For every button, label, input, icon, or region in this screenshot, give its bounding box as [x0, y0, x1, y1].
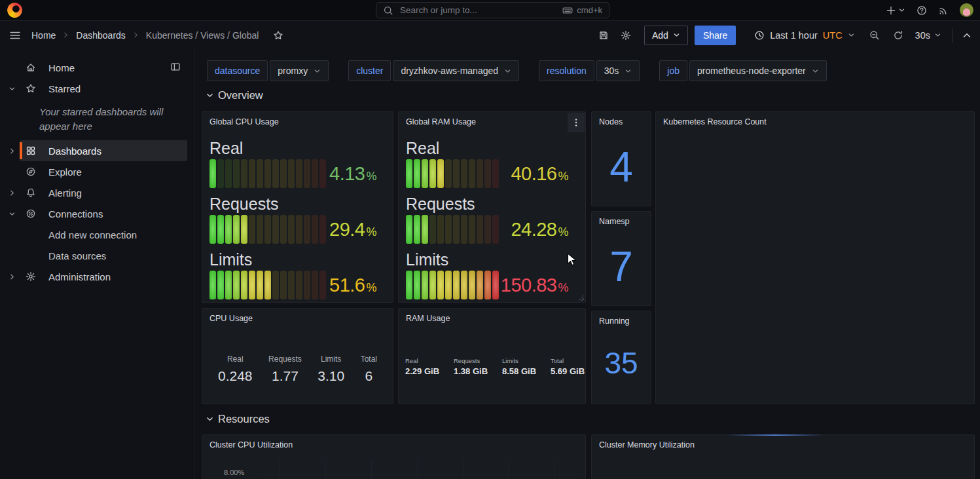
sidebar-item-dashboards[interactable]: Dashboards [0, 140, 187, 161]
clock-icon [754, 30, 765, 41]
gauge-cell [453, 159, 460, 188]
gauge-cell [241, 215, 247, 244]
running-value: 35 [592, 311, 651, 404]
avatar[interactable] [960, 3, 973, 17]
panel-nodes: Nodes 4 [591, 111, 651, 206]
gauge-cell [492, 159, 499, 188]
template-variables-bar: datasourcepromxyclusterdryzhkov-aws-mana… [207, 60, 827, 81]
stat-label: Limits [502, 357, 551, 364]
gauge-cell [484, 159, 491, 188]
search-input[interactable] [399, 5, 557, 16]
chevron-right-icon [9, 273, 16, 280]
panel-title[interactable]: Global CPU Usage [209, 117, 279, 126]
filter-value-job[interactable]: prometheus-node-exporter [689, 60, 827, 81]
filter-value-resolution[interactable]: 30s [596, 60, 640, 81]
caret-down-icon [206, 91, 214, 100]
caret-down-icon [673, 31, 680, 39]
chevron-right-icon [9, 147, 16, 155]
starred-empty-hint: Your starred dashboards will appear here [39, 105, 178, 134]
refresh-interval-picker[interactable]: 30s [915, 30, 941, 41]
gauge-cell [414, 159, 420, 188]
grafana-logo[interactable] [7, 3, 22, 18]
save-dashboard-button[interactable] [598, 30, 609, 41]
sidebar-item-data-sources[interactable]: Data sources [0, 245, 187, 266]
help-button[interactable] [916, 5, 927, 16]
expand-down-icon-slot[interactable] [4, 78, 20, 99]
stat-total: Total6 [361, 354, 377, 404]
sidebar-item-add-new-connection[interactable]: Add new connection [0, 224, 187, 245]
stat-value: 0.248 [218, 368, 253, 384]
refresh-button[interactable] [893, 30, 903, 41]
panel-title[interactable]: Global RAM Usage [406, 117, 476, 126]
sidebar-item-administration[interactable]: Administration [0, 266, 187, 287]
chart-gridlines [280, 460, 579, 479]
dashboard-settings-button[interactable] [621, 30, 631, 41]
panel-menu-button[interactable] [568, 113, 585, 132]
gear-icon [26, 271, 36, 282]
stat-limits: Limits8.58 GiB [502, 357, 551, 404]
expand-right-icon-slot[interactable] [4, 140, 20, 161]
sidebar-item-label: Alerting [48, 187, 82, 199]
gauge-cell [461, 271, 467, 299]
refresh-icon [893, 30, 903, 41]
caret-up-icon [962, 30, 972, 41]
filter-value-cluster[interactable]: dryzhkov-aws-managed [393, 60, 519, 81]
news-button[interactable] [938, 5, 949, 16]
compass-icon [26, 166, 36, 177]
gauge-cell [304, 215, 310, 244]
sidebar-item-home[interactable]: Home [0, 57, 187, 78]
expand-right-icon-slot[interactable] [4, 266, 20, 287]
expand-down-icon-slot[interactable] [4, 203, 20, 224]
breadcrumb-dashboards[interactable]: Dashboards [76, 30, 126, 41]
filter-value-datasource[interactable]: promxy [270, 60, 329, 81]
caret-down-icon [9, 210, 16, 218]
sidebar-item-connections[interactable]: Connections [0, 203, 187, 224]
gauge-cell [437, 159, 444, 188]
gauge-cell [233, 215, 240, 244]
sidebar-item-label: Home [48, 62, 75, 73]
breadcrumb-home[interactable]: Home [31, 30, 56, 41]
collapse-toolbar-button[interactable] [962, 30, 972, 41]
new-button[interactable] [886, 5, 905, 16]
sidebar-item-explore[interactable]: Explore [0, 161, 187, 182]
gauge-cell [257, 215, 263, 244]
gauge-cell [445, 159, 452, 188]
section-resources[interactable]: Resources [206, 413, 270, 425]
add-panel-button[interactable]: Add [644, 26, 688, 45]
gauge-cell [225, 271, 232, 299]
section-overview[interactable]: Overview [206, 89, 263, 102]
time-range-label: Last 1 hour [770, 30, 818, 41]
panel-title[interactable]: Cluster CPU Utilization [209, 440, 293, 450]
gauge-cell [264, 159, 271, 188]
keyboard-icon [562, 5, 573, 16]
panel-title[interactable]: Cluster Memory Utilization [599, 440, 695, 450]
gauge-cell [453, 271, 460, 299]
stat-label: Real [218, 354, 253, 364]
gauge-cell [477, 271, 483, 299]
zoom-out-time-button[interactable] [869, 30, 880, 41]
gauge-cell [469, 271, 475, 299]
gauge-cell [249, 215, 255, 244]
gutter [4, 224, 20, 245]
section-resources-label: Resources [218, 413, 270, 425]
panel-title[interactable]: Kubernetes Resource Count [663, 117, 767, 126]
panel-resize-handle[interactable] [578, 295, 584, 301]
gauge-cell [304, 159, 310, 188]
sidebar-item-alerting[interactable]: Alerting [0, 182, 187, 203]
dock-menu-button[interactable] [170, 62, 181, 74]
mega-menu-button[interactable] [9, 29, 21, 41]
dashboard-toolbar: Add Share Last 1 hour UTC 30s [598, 26, 980, 45]
search-box[interactable]: cmd+k [376, 2, 609, 18]
share-button[interactable]: Share [695, 26, 736, 45]
time-range-picker[interactable]: Last 1 hour UTC [754, 30, 854, 41]
favorite-dashboard-button[interactable] [273, 30, 283, 41]
gauge-cell [217, 215, 224, 244]
expand-right-icon-slot[interactable] [4, 182, 20, 203]
gauge-cell [217, 159, 224, 188]
toolbar-divider [952, 28, 953, 43]
gauge-bar [209, 159, 326, 188]
stat-value: 1.38 GiB [454, 366, 502, 376]
namespaces-value: 7 [592, 212, 651, 305]
sidebar-item-starred[interactable]: Starred [0, 78, 187, 99]
y-axis-tick-label: 8.00% [224, 469, 244, 476]
